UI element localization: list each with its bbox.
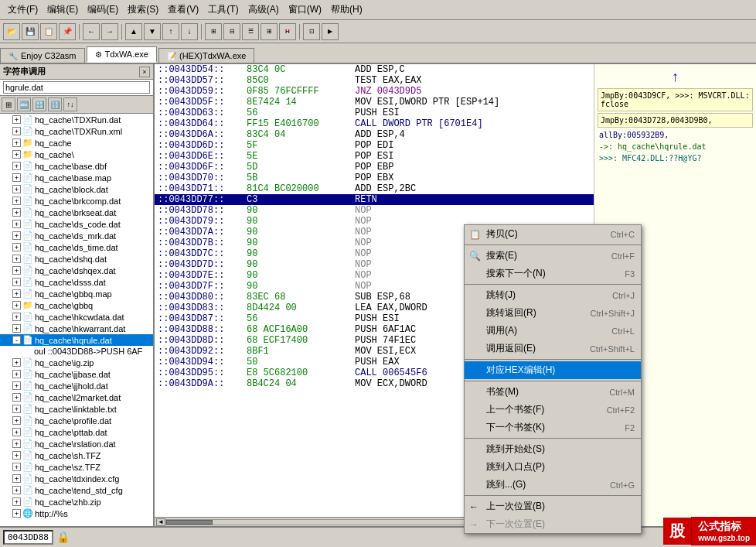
panel-tool-5[interactable]: ↑↓	[63, 97, 77, 111]
scroll-left-btn[interactable]: ◄	[156, 518, 165, 526]
tree-expand-icon[interactable]: +	[12, 509, 21, 518]
toolbar-dn[interactable]: ▼	[144, 23, 161, 40]
ctx-menu-item[interactable]: 调用(A)Ctrl+L	[465, 322, 641, 340]
tree-expand-icon[interactable]: +	[12, 428, 21, 436]
toolbar-copy[interactable]: 📋	[40, 23, 57, 40]
tree-item[interactable]: +📄hq_cache\brkseat.dat	[0, 207, 153, 218]
tree-expand-icon[interactable]: +	[12, 301, 21, 309]
tree-item[interactable]: +📄hq_cache\gbbq.map	[0, 288, 153, 299]
toolbar-back[interactable]: ←	[83, 23, 100, 40]
toolbar-up[interactable]: ▲	[125, 23, 142, 40]
tree-item[interactable]: +📁hq_cache\	[0, 149, 153, 160]
tree-expand-icon[interactable]: +	[12, 138, 21, 147]
menu-encode[interactable]: 编码(E)	[83, 2, 123, 18]
ctx-menu-item[interactable]: 调用返回(E)Ctrl+Shift+L	[465, 340, 641, 357]
toolbar-indent[interactable]: ⊞	[205, 23, 222, 40]
menu-file[interactable]: 文件(F)	[3, 2, 43, 18]
ctx-menu-item[interactable]: 上一个书签(F)Ctrl+F2	[465, 401, 641, 419]
panel-tool-2[interactable]: 🔤	[17, 97, 31, 111]
ctx-menu-item[interactable]: 跳到入口点(P)	[465, 458, 641, 476]
tree-expand-icon[interactable]: -	[12, 336, 21, 344]
ctx-menu-item[interactable]: 跳转返回(R)Ctrl+Shift+J	[465, 304, 641, 322]
tree-item[interactable]: +📄hq_cache\base.map	[0, 172, 153, 183]
tree-item[interactable]: +📄hq_cache\dsss.dat	[0, 276, 153, 288]
toolbar-r1[interactable]: ↑	[162, 23, 179, 40]
tree-item[interactable]: +📄hq_cache\ds_code.dat	[0, 218, 153, 230]
tree-expand-icon[interactable]: +	[12, 405, 21, 413]
tree-item[interactable]: +📄hq_cache\sz.TFZ	[0, 461, 153, 473]
menu-tools[interactable]: 工具(T)	[203, 2, 243, 18]
toolbar-open[interactable]: 📂	[3, 23, 20, 40]
ctx-menu-item[interactable]: 📋拷贝(C)Ctrl+C	[465, 225, 641, 243]
toolbar-r2[interactable]: ↓	[181, 23, 198, 40]
tree-item[interactable]: +📄hq_cache\zhb.zip	[0, 496, 153, 508]
tab-enjoy[interactable]: 🔧 Enjoy C32asm	[0, 48, 85, 63]
panel-close-btn[interactable]: ×	[139, 67, 150, 77]
toolbar-save[interactable]: 💾	[22, 23, 39, 40]
tree-item[interactable]: +📄hq_cache\rslation.dat	[0, 438, 153, 450]
tree-item[interactable]: +📄hq_cache\l2market.dat	[0, 391, 153, 403]
ctx-menu-item[interactable]: 跳转(J)Ctrl+J	[465, 286, 641, 304]
toolbar-grid[interactable]: ⊞	[261, 23, 278, 40]
toolbar-forward[interactable]: →	[101, 23, 118, 40]
tree-expand-icon[interactable]: +	[12, 451, 21, 460]
tree-item[interactable]: +📄hq_cache\hkwarrant.dat	[0, 323, 153, 334]
tree-expand-icon[interactable]: +	[12, 162, 21, 170]
tree-item[interactable]: +📄hq_cache\TDXRun.xml	[0, 125, 153, 137]
tree-item[interactable]: +📄hq_cache\hkcwdata.dat	[0, 311, 153, 323]
ctx-menu-item[interactable]: →下一次位置(E)	[465, 515, 641, 533]
tree-item[interactable]: +🌐http://%s	[0, 508, 153, 519]
tree-expand-icon[interactable]: +	[12, 197, 21, 205]
tree-item[interactable]: +📄hq_cache\sh.TFZ	[0, 450, 153, 461]
tree-item[interactable]: +📄hq_cache\linktable.txt	[0, 403, 153, 415]
menu-advanced[interactable]: 高级(A)	[243, 2, 284, 18]
tree-expand-icon[interactable]: +	[12, 497, 21, 506]
tree-expand-icon[interactable]: +	[12, 208, 21, 217]
menu-search[interactable]: 搜索(S)	[123, 2, 163, 18]
toolbar-play[interactable]: ▶	[322, 23, 339, 40]
toolbar-align[interactable]: ☰	[242, 23, 259, 40]
tree-expand-icon[interactable]: +	[12, 115, 21, 124]
tree-item[interactable]: -📄hq_cache\hqrule.dat	[0, 334, 153, 346]
tree-expand-icon[interactable]: +	[12, 150, 21, 159]
tree-expand-icon[interactable]: +	[12, 220, 21, 228]
menu-view[interactable]: 查看(V)	[163, 2, 203, 18]
tree-item[interactable]: +📄hq_cache\ds_time.dat	[0, 241, 153, 253]
ctx-menu-item[interactable]: 🔍搜索(E)Ctrl+F	[465, 247, 641, 265]
tab-hex[interactable]: 📝 (HEX)TdxWA.exe	[158, 48, 254, 63]
ctx-menu-item[interactable]: 书签(M)Ctrl+M	[465, 383, 641, 401]
tree-item[interactable]: +📄hq_cache\profile.dat	[0, 415, 153, 426]
menu-window[interactable]: 窗口(W)	[284, 2, 326, 18]
ctx-menu-item[interactable]: 下一个书签(K)F2	[465, 419, 641, 436]
scroll-thumb[interactable]	[166, 520, 213, 525]
panel-tool-3[interactable]: 🔡	[32, 97, 46, 111]
tab-tdxwa[interactable]: ⚙ TdxWA.exe	[87, 46, 157, 63]
tree-item[interactable]: +📁hq_cache	[0, 137, 153, 149]
tree-expand-icon[interactable]: +	[12, 185, 21, 193]
tree-expand-icon[interactable]: +	[12, 381, 21, 390]
tree-item[interactable]: +📄hq_cache\dshq.dat	[0, 253, 153, 265]
menu-help[interactable]: 帮助(H)	[326, 2, 367, 18]
tree-expand-icon[interactable]: +	[12, 266, 21, 275]
toolbar-outdent[interactable]: ⊟	[223, 23, 240, 40]
tree-expand-icon[interactable]: +	[12, 313, 21, 321]
tree-expand-icon[interactable]: +	[12, 486, 21, 494]
tree-item[interactable]: +📄hq_cache\ig.zip	[0, 357, 153, 368]
toolbar-rec[interactable]: ⊡	[303, 23, 320, 40]
tree-expand-icon[interactable]: +	[12, 416, 21, 425]
tree-item[interactable]: +📄hq_cache\TDXRun.dat	[0, 114, 153, 125]
panel-tool-1[interactable]: ⊞	[2, 97, 15, 111]
ctx-menu-item[interactable]: ←上一次位置(B)	[465, 497, 641, 515]
tree-item[interactable]: +📄hq_cache\block.dat	[0, 183, 153, 195]
panel-tool-4[interactable]: 🔢	[48, 97, 62, 111]
panel-search-input[interactable]	[3, 81, 150, 94]
tree-item[interactable]: +📄hq_cache\brkcomp.dat	[0, 195, 153, 207]
tree-expand-icon[interactable]: +	[12, 289, 21, 298]
tree-expand-icon[interactable]: +	[12, 243, 21, 251]
tree-item[interactable]: +📄hq_cache\base.dbf	[0, 160, 153, 172]
tree-expand-icon[interactable]: +	[12, 278, 21, 286]
tree-expand-icon[interactable]: +	[12, 255, 21, 263]
tree-item[interactable]: +📄hq_cache\pttab.dat	[0, 426, 153, 438]
ctx-menu-item[interactable]: 跳到开始处(S)	[465, 440, 641, 458]
ctx-menu-item[interactable]: 对应HEX编辑(H)	[465, 361, 641, 379]
